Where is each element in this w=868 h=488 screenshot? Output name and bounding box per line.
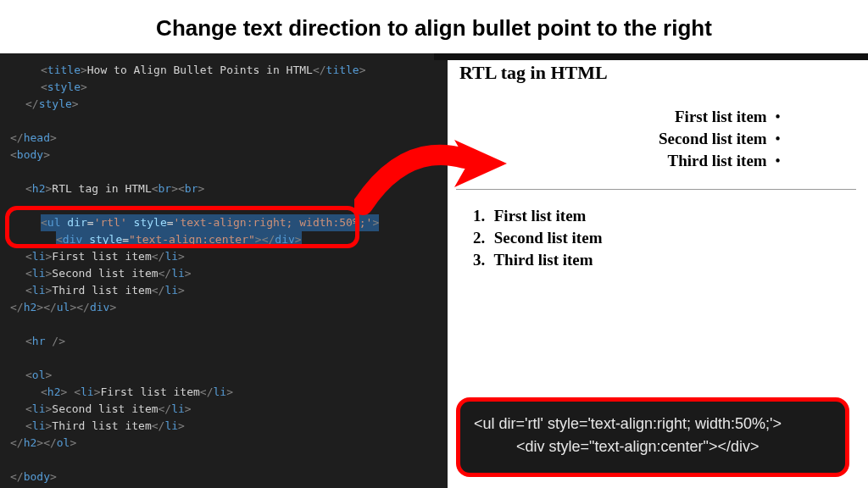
- code-line[interactable]: <ol>: [10, 367, 434, 384]
- code-line[interactable]: <ul dir='rtl' style='text-align:right; w…: [10, 214, 434, 231]
- bullet-icon: •: [776, 106, 781, 128]
- code-line[interactable]: </h2></ul></div>: [10, 299, 434, 316]
- bullet-icon: •: [776, 128, 781, 150]
- code-line[interactable]: </head>: [10, 130, 434, 147]
- code-line[interactable]: [10, 197, 434, 214]
- code-line[interactable]: <li>First list item</li>: [10, 248, 434, 265]
- list-item: 1. First list item: [473, 205, 856, 227]
- code-line[interactable]: <li>Third list item</li>: [10, 282, 434, 299]
- code-line[interactable]: <li>Second list item</li>: [10, 401, 434, 418]
- preview-heading: RTL tag in HTML: [459, 62, 856, 84]
- code-line[interactable]: [10, 350, 434, 367]
- code-line[interactable]: [10, 164, 434, 180]
- snippet-line-1: <ul dir='rtl' style='text-align:right; w…: [474, 415, 833, 433]
- snippet-line-2: <div style="text-align:center"></div>: [474, 438, 833, 456]
- code-line[interactable]: <div style="text-align:center"></div>: [10, 231, 434, 248]
- code-line[interactable]: <li>Third list item</li>: [10, 418, 434, 435]
- code-line[interactable]: <body>: [10, 147, 434, 164]
- list-item: 3. Third list item: [473, 249, 856, 271]
- code-line[interactable]: <h2>RTL tag in HTML<br><br>: [10, 180, 434, 197]
- list-item: Second list item•: [532, 128, 781, 150]
- code-line[interactable]: </style>: [10, 96, 434, 113]
- top-dark-bar: [434, 53, 868, 60]
- rtl-bullet-list: First list item•Second list item•Third l…: [532, 106, 781, 172]
- code-line[interactable]: <style>: [10, 79, 434, 96]
- list-item: First list item•: [532, 106, 781, 128]
- code-editor[interactable]: <title>How to Align Bullet Points in HTM…: [0, 53, 434, 488]
- divider-strip: [434, 53, 448, 488]
- code-line[interactable]: </h2></ol>: [10, 435, 434, 452]
- list-item: 2. Second list item: [473, 227, 856, 249]
- code-line[interactable]: [10, 113, 434, 130]
- code-line[interactable]: [10, 452, 434, 469]
- horizontal-rule: [456, 189, 856, 190]
- ordered-list: 1. First list item2. Second list item3. …: [473, 205, 856, 271]
- code-line[interactable]: <li>Second list item</li>: [10, 265, 434, 282]
- code-line[interactable]: <hr />: [10, 333, 434, 350]
- code-line[interactable]: [10, 316, 434, 333]
- code-snippet-box: <ul dir='rtl' style='text-align:right; w…: [456, 397, 849, 477]
- code-line[interactable]: </body>: [10, 469, 434, 485]
- code-line[interactable]: <h2> <li>First list item</li>: [10, 384, 434, 401]
- code-line[interactable]: <title>How to Align Bullet Points in HTM…: [10, 62, 434, 79]
- page-title: Change text direction to align bullet po…: [0, 0, 868, 53]
- list-item: Third list item•: [532, 150, 781, 172]
- bullet-icon: •: [776, 150, 781, 172]
- preview-pane: RTL tag in HTML First list item•Second l…: [434, 53, 868, 488]
